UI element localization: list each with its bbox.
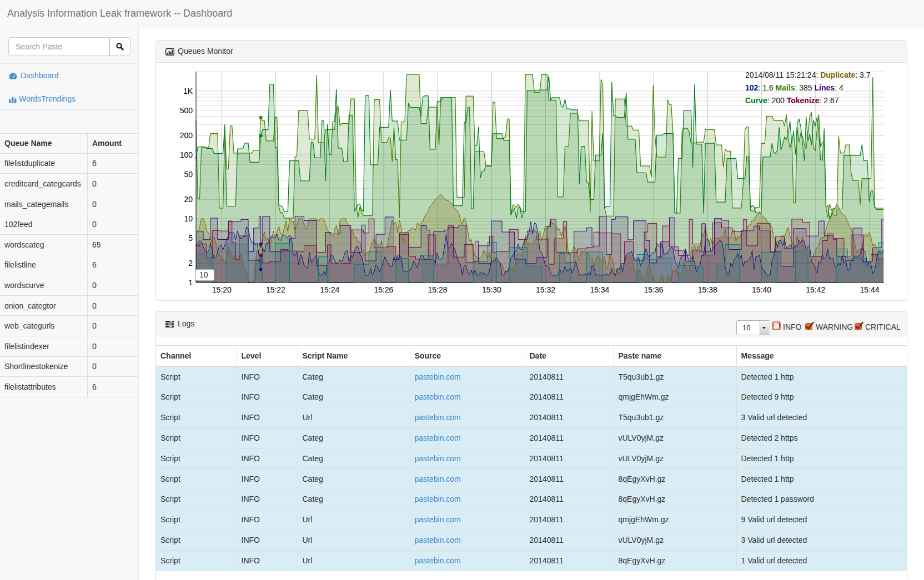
svg-text:15:20: 15:20: [212, 285, 232, 294]
svg-text:15:28: 15:28: [428, 285, 448, 294]
svg-text:500: 500: [180, 106, 193, 115]
svg-text:20: 20: [184, 195, 193, 204]
svg-text:5: 5: [188, 234, 193, 243]
svg-text:15:26: 15:26: [374, 285, 393, 294]
svg-text:15:34: 15:34: [590, 285, 609, 294]
svg-text:15:22: 15:22: [266, 285, 285, 294]
svg-text:15:38: 15:38: [698, 285, 717, 294]
svg-text:200: 200: [180, 131, 193, 140]
svg-text:1K: 1K: [183, 87, 193, 95]
svg-text:15:36: 15:36: [644, 285, 664, 294]
svg-text:15:44: 15:44: [860, 285, 880, 294]
svg-text:1: 1: [188, 278, 193, 287]
svg-text:10: 10: [184, 214, 193, 223]
svg-text:50: 50: [184, 170, 193, 179]
svg-text:100: 100: [180, 150, 193, 159]
svg-text:15:40: 15:40: [752, 285, 771, 294]
svg-text:15:32: 15:32: [536, 285, 555, 294]
svg-text:15:30: 15:30: [482, 285, 501, 294]
svg-text:15:42: 15:42: [806, 285, 825, 294]
svg-text:2: 2: [188, 259, 193, 268]
svg-text:15:24: 15:24: [320, 285, 339, 294]
